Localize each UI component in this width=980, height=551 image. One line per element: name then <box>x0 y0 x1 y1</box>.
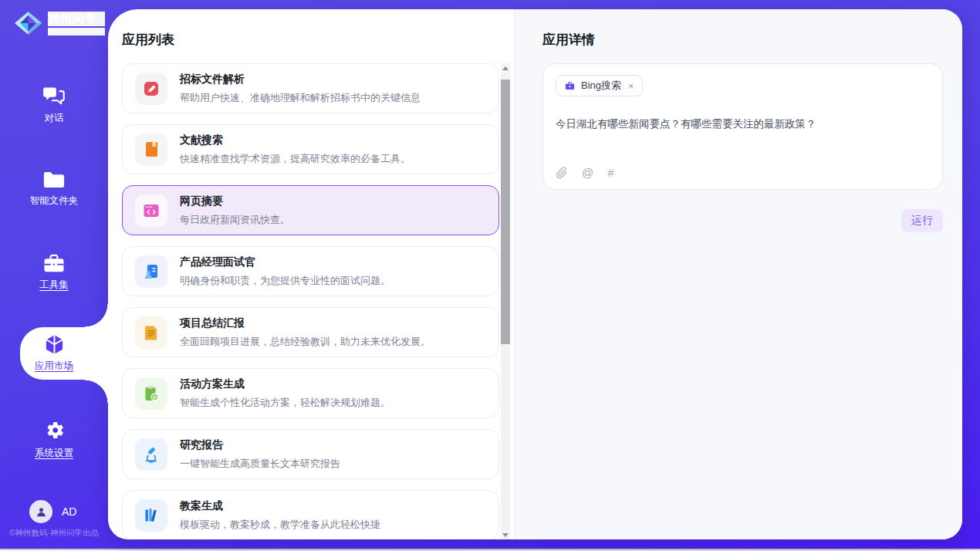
app-card-research-report[interactable]: 研究报告 一键智能生成高质量长文本研究报告 <box>122 429 499 479</box>
main-container: 应用列表 招标文件解析 帮助用户快速、准确地理解和解析招标书中的关键信息 <box>108 9 962 539</box>
app-card-bid-parse[interactable]: 招标文件解析 帮助用户快速、准确地理解和解析招标书中的关键信息 <box>122 63 499 113</box>
run-button[interactable]: 运行 <box>901 209 943 232</box>
app-card-event-plan[interactable]: 活动方案生成 智能生成个性化活动方案，轻松解决规划难题。 <box>122 368 499 418</box>
scrollbar-thumb[interactable] <box>501 79 510 344</box>
user-label: AD <box>62 505 76 518</box>
app-desc: 一键智能生成高质量长文本研究报告 <box>180 457 340 471</box>
app-list-title: 应用列表 <box>122 31 174 49</box>
sidebar-item-label: 对话 <box>0 112 108 125</box>
tool-tag-label: Bing搜索 <box>581 79 621 93</box>
sidebar-item-settings[interactable]: 系统设置 <box>0 419 108 460</box>
app-card-web-summary[interactable]: 网页摘要 每日政府新闻资讯快查。 <box>122 185 499 235</box>
app-name: 项目总结汇报 <box>180 316 431 330</box>
paperclip-icon[interactable] <box>556 167 568 179</box>
toolbox-icon <box>0 254 108 273</box>
person-icon <box>35 505 48 519</box>
app-desc: 智能生成个性化活动方案，轻松解决规划难题。 <box>180 396 390 410</box>
chat-icon <box>0 86 108 106</box>
folder-icon <box>0 171 108 189</box>
clipboard-check-icon <box>135 377 167 410</box>
app-name: 活动方案生成 <box>180 377 390 391</box>
composer-toolbar: @ # <box>556 166 614 179</box>
avatar <box>29 500 52 523</box>
app-desc: 模板驱动，教案秒成，教学准备从此轻松快捷 <box>180 518 380 532</box>
query-text[interactable]: 今日湖北有哪些新闻要点？有哪些需要关注的最新政策？ <box>556 117 930 131</box>
app-card-lesson-plan[interactable]: 教案生成 模板驱动，教案秒成，教学准备从此轻松快捷 <box>122 490 499 539</box>
scroll-up-arrow[interactable] <box>501 63 510 73</box>
list-scrollbar[interactable] <box>501 63 510 539</box>
app-desc: 每日政府新闻资讯快查。 <box>180 213 290 227</box>
app-name: 产品经理面试官 <box>180 255 390 269</box>
app-card-literature-search[interactable]: 文献搜索 快速精准查找学术资源，提高研究效率的必备工具。 <box>122 124 499 174</box>
app-card-project-summary[interactable]: 项目总结汇报 全面回顾项目进展，总结经验教训，助力未来优化发展。 <box>122 307 499 357</box>
app-list-panel: 应用列表 招标文件解析 帮助用户快速、准确地理解和解析招标书中的关键信息 <box>108 9 514 539</box>
sidebar-item-label: 智能文件夹 <box>0 194 108 208</box>
scroll-down-arrow[interactable] <box>501 530 510 539</box>
microscope-icon <box>135 438 167 471</box>
user-account[interactable]: AD <box>29 500 76 523</box>
sidebar-item-label: 应用市场 <box>0 360 108 373</box>
sidebar-item-toolkit[interactable]: 工具集 <box>0 254 108 292</box>
app-name: 文献搜索 <box>180 134 411 147</box>
at-mention-icon[interactable]: @ <box>582 166 593 179</box>
gear-icon <box>0 419 108 441</box>
hash-tag-icon[interactable]: # <box>607 166 613 179</box>
sidebar-item-label: 工具集 <box>0 279 108 292</box>
app-name: 教案生成 <box>180 499 380 513</box>
app-desc: 明确身份和职责，为您提供专业性的面试问题。 <box>180 274 390 288</box>
app-desc: 全面回顾项目进展，总结经验教训，助力未来优化发展。 <box>180 335 431 349</box>
app-detail-panel: 应用详情 Bing搜索 × 今日湖北有哪些新闻要点？有哪些需要关注的最新政策？ <box>514 9 962 539</box>
sidebar-item-chat[interactable]: 对话 <box>0 86 108 125</box>
tool-tag-bing-search[interactable]: Bing搜索 × <box>556 75 643 96</box>
prompt-card: Bing搜索 × 今日湖北有哪些新闻要点？有哪些需要关注的最新政策？ @ # <box>542 63 943 190</box>
app-name: 招标文件解析 <box>180 73 421 86</box>
sidebar-item-app-market[interactable]: 应用市场 <box>0 333 108 373</box>
sidebar-item-smart-folder[interactable]: 智能文件夹 <box>0 171 108 208</box>
browser-code-icon <box>135 194 167 227</box>
books-icon <box>135 499 167 532</box>
briefcase-icon <box>564 80 576 92</box>
close-icon[interactable]: × <box>628 80 634 92</box>
cube-icon <box>0 333 108 357</box>
app-desc: 快速精准查找学术资源，提高研究效率的必备工具。 <box>180 152 411 166</box>
copyright-footer: ©神州数码·神州问学出品 <box>0 528 108 539</box>
app-list: 招标文件解析 帮助用户快速、准确地理解和解析招标书中的关键信息 文献搜索 快速精… <box>122 63 499 539</box>
sidebar-item-label: 系统设置 <box>0 447 108 460</box>
app-desc: 帮助用户快速、准确地理解和解析招标书中的关键信息 <box>180 91 421 105</box>
brand-title: 神州问学 <box>48 12 105 26</box>
diamond-logo-icon <box>14 11 42 35</box>
app-name: 网页摘要 <box>180 194 290 208</box>
brand-logo: 神州问学 Smart Vision <box>14 11 105 35</box>
sidebar: 神州问学 Smart Vision 对话 智能文件夹 <box>0 0 108 549</box>
app-name: 研究报告 <box>180 438 340 452</box>
doc-edit-icon <box>135 73 167 105</box>
book-icon <box>135 134 167 166</box>
brand-subtitle: Smart Vision <box>48 28 105 35</box>
app-card-pm-interviewer[interactable]: 产品经理面试官 明确身份和职责，为您提供专业性的面试问题。 <box>122 246 499 296</box>
bottom-hairline <box>0 549 980 550</box>
document-icon <box>135 316 167 349</box>
app-detail-title: 应用详情 <box>542 31 595 49</box>
person-doc-icon <box>135 255 167 288</box>
